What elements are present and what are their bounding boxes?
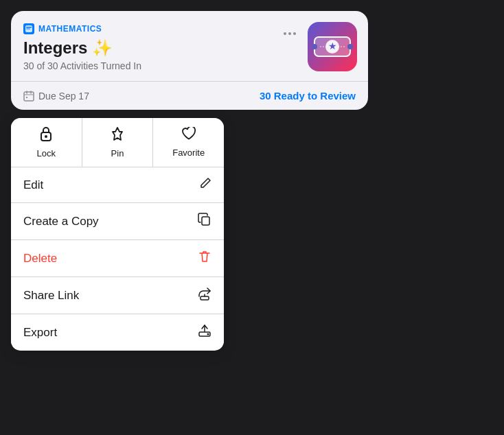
subject-label: MATHEMATICS — [38, 24, 102, 34]
create-copy-label: Create a Copy — [23, 215, 99, 228]
favorite-label: Favorite — [172, 148, 205, 158]
edit-menu-item[interactable]: Edit — [11, 167, 224, 203]
share-link-icon — [198, 287, 211, 304]
export-menu-item[interactable]: Export — [11, 314, 224, 351]
share-link-menu-item[interactable]: Share Link — [11, 277, 224, 314]
svg-rect-1 — [26, 27, 32, 28]
lock-label: Lock — [37, 148, 56, 158]
subject-icon — [23, 23, 34, 34]
delete-menu-item[interactable]: Delete — [11, 240, 224, 277]
svg-text:★: ★ — [328, 40, 337, 51]
delete-icon — [198, 250, 211, 267]
dot1 — [284, 32, 286, 35]
share-link-label: Share Link — [23, 289, 79, 303]
delete-label: Delete — [23, 252, 57, 266]
card-footer: Due Sep 17 30 Ready to Review — [11, 81, 368, 110]
menu-top-actions: Lock Pin Favorite — [11, 118, 224, 167]
dot3 — [293, 32, 296, 35]
card-subtitle: 30 of 30 Activities Turned In — [23, 60, 356, 71]
svg-point-24 — [207, 333, 209, 336]
pin-button[interactable]: Pin — [82, 118, 154, 167]
assignment-card: MATHEMATICS Integers ✨ 30 of 30 Activiti… — [11, 11, 368, 110]
card-top: MATHEMATICS Integers ✨ 30 of 30 Activiti… — [11, 11, 368, 81]
svg-rect-16 — [26, 97, 27, 98]
svg-rect-19 — [202, 217, 209, 225]
assignment-icon: ★ — [308, 22, 357, 71]
due-date-text: Due Sep 17 — [38, 91, 89, 102]
svg-point-9 — [347, 44, 353, 49]
more-options-button[interactable] — [280, 23, 299, 43]
context-menu: Lock Pin Favorite Edit — [11, 118, 224, 351]
svg-point-8 — [312, 44, 317, 49]
export-icon — [198, 324, 211, 341]
ready-to-review-link[interactable]: 30 Ready to Review — [260, 90, 356, 102]
card-title: Integers ✨ — [23, 38, 356, 58]
edit-label: Edit — [23, 178, 43, 192]
favorite-icon — [181, 127, 196, 144]
svg-rect-12 — [24, 92, 34, 101]
edit-icon — [199, 177, 211, 193]
dot2 — [288, 32, 291, 35]
create-copy-icon — [198, 213, 211, 230]
favorite-button[interactable]: Favorite — [153, 118, 224, 167]
lock-button[interactable]: Lock — [11, 118, 82, 167]
calendar-icon — [23, 91, 34, 102]
svg-rect-2 — [26, 29, 30, 30]
due-date: Due Sep 17 — [23, 91, 89, 102]
pin-label: Pin — [111, 148, 124, 158]
card-subject: MATHEMATICS — [23, 23, 356, 34]
svg-point-18 — [45, 135, 47, 138]
create-copy-menu-item[interactable]: Create a Copy — [11, 203, 224, 240]
lock-icon — [39, 126, 53, 145]
export-label: Export — [23, 326, 57, 340]
pin-icon — [111, 126, 124, 145]
